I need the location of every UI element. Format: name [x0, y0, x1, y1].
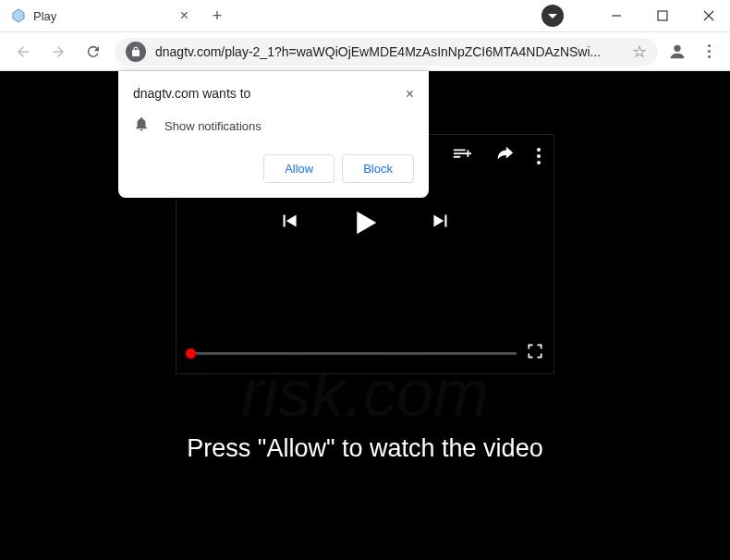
back-button[interactable]: [9, 38, 37, 66]
previous-track-icon[interactable]: [277, 209, 301, 237]
progress-bar[interactable]: [186, 352, 517, 355]
minimize-button[interactable]: [595, 0, 638, 32]
browser-window: Play × +: [0, 0, 730, 560]
player-more-icon[interactable]: [537, 148, 541, 164]
svg-marker-0: [13, 9, 24, 22]
reload-button[interactable]: [79, 38, 107, 66]
forward-button[interactable]: [44, 38, 72, 66]
new-tab-button[interactable]: +: [203, 2, 231, 30]
toolbar: dnagtv.com/play-2_1?h=waWQiOjEwMDE4MzAsI…: [0, 32, 730, 71]
player-bottom-controls: [186, 342, 544, 364]
progress-thumb[interactable]: [186, 348, 196, 359]
browser-tab[interactable]: Play ×: [0, 0, 203, 31]
svg-rect-2: [658, 11, 667, 20]
close-window-button[interactable]: [687, 0, 730, 32]
popup-title: dnagtv.com wants to: [133, 86, 250, 103]
next-track-icon[interactable]: [429, 209, 453, 237]
play-button[interactable]: [346, 203, 384, 242]
popup-message: Show notifications: [164, 119, 262, 133]
add-to-playlist-icon[interactable]: [452, 144, 472, 168]
notification-permission-popup: dnagtv.com wants to × Show notifications…: [118, 71, 429, 198]
profile-button[interactable]: [665, 40, 689, 64]
instruction-text: Press "Allow" to watch the video: [0, 434, 730, 463]
url-text: dnagtv.com/play-2_1?h=waWQiOjEwMDE4MzAsI…: [155, 44, 623, 59]
bookmark-star-icon[interactable]: ☆: [632, 42, 647, 62]
fullscreen-icon[interactable]: [526, 342, 544, 364]
page-content: PC risk.com: [0, 71, 730, 560]
tab-close-icon[interactable]: ×: [176, 6, 192, 26]
bell-icon: [133, 116, 150, 136]
titlebar: Play × +: [0, 0, 730, 32]
maximize-button[interactable]: [641, 0, 684, 32]
allow-button[interactable]: Allow: [263, 154, 335, 183]
menu-button[interactable]: [697, 44, 721, 58]
tab-title: Play: [33, 9, 169, 23]
share-icon[interactable]: [494, 144, 515, 168]
block-button[interactable]: Block: [342, 154, 414, 183]
svg-point-5: [674, 44, 680, 51]
popup-close-icon[interactable]: ×: [406, 86, 414, 103]
lock-icon: [126, 42, 146, 62]
incognito-icon[interactable]: [541, 5, 564, 27]
address-bar[interactable]: dnagtv.com/play-2_1?h=waWQiOjEwMDE4MzAsI…: [115, 38, 658, 66]
tab-favicon-icon: [11, 8, 26, 23]
window-controls: [541, 0, 730, 32]
player-center-controls: [176, 203, 554, 242]
